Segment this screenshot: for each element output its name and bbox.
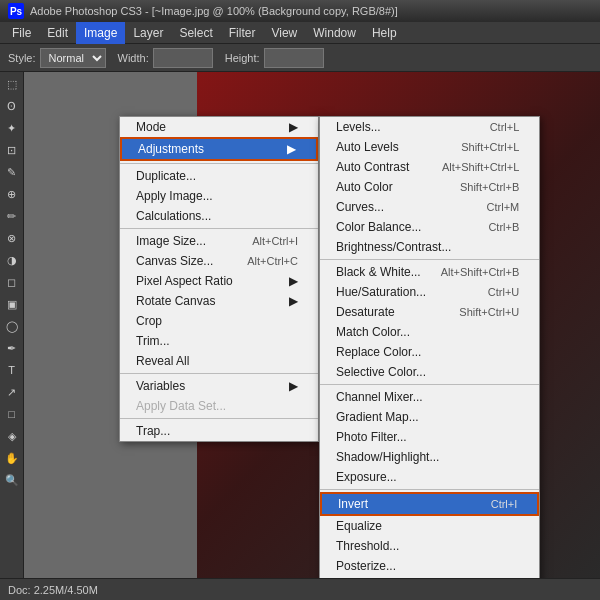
adj-photo-filter[interactable]: Photo Filter... bbox=[320, 427, 539, 447]
status-text: Doc: 2.25M/4.50M bbox=[8, 584, 98, 596]
image-menu-rotate-canvas[interactable]: Rotate Canvas ▶ bbox=[120, 291, 318, 311]
width-input[interactable] bbox=[153, 48, 213, 68]
menu-select[interactable]: Select bbox=[171, 22, 220, 44]
adj-hue-saturation[interactable]: Hue/Saturation... Ctrl+U bbox=[320, 282, 539, 302]
menu-filter[interactable]: Filter bbox=[221, 22, 264, 44]
image-menu-reveal-all[interactable]: Reveal All bbox=[120, 351, 318, 371]
adj-auto-levels[interactable]: Auto Levels Shift+Ctrl+L bbox=[320, 137, 539, 157]
image-menu-mode[interactable]: Mode ▶ bbox=[120, 117, 318, 137]
menu-bar: File Edit Image Layer Select Filter View… bbox=[0, 22, 600, 44]
title-text: Adobe Photoshop CS3 - [~Image.jpg @ 100%… bbox=[30, 5, 398, 17]
adj-shadow-highlight[interactable]: Shadow/Highlight... bbox=[320, 447, 539, 467]
adj-curves[interactable]: Curves... Ctrl+M bbox=[320, 197, 539, 217]
tool-shape[interactable]: □ bbox=[2, 404, 22, 424]
separator-4 bbox=[120, 418, 318, 419]
adj-brightness-contrast[interactable]: Brightness/Contrast... bbox=[320, 237, 539, 257]
tool-heal[interactable]: ⊕ bbox=[2, 184, 22, 204]
adj-equalize[interactable]: Equalize bbox=[320, 516, 539, 536]
image-menu-apply-image[interactable]: Apply Image... bbox=[120, 186, 318, 206]
menu-edit[interactable]: Edit bbox=[39, 22, 76, 44]
tool-path[interactable]: ↗ bbox=[2, 382, 22, 402]
tool-eraser[interactable]: ◻ bbox=[2, 272, 22, 292]
image-menu-crop[interactable]: Crop bbox=[120, 311, 318, 331]
adj-sep-3 bbox=[320, 489, 539, 490]
style-label: Style: Normal bbox=[4, 46, 110, 70]
tool-3d[interactable]: ◈ bbox=[2, 426, 22, 446]
adj-auto-contrast[interactable]: Auto Contrast Alt+Shift+Ctrl+L bbox=[320, 157, 539, 177]
main-area: ⬚ ʘ ✦ ⊡ ✎ ⊕ ✏ ⊗ ◑ ◻ ▣ ◯ ✒ T ↗ □ ◈ ✋ 🔍 Mo… bbox=[0, 72, 600, 578]
tool-pen[interactable]: ✒ bbox=[2, 338, 22, 358]
toolbar: Style: Normal Width: Height: bbox=[0, 44, 600, 72]
ps-logo: Ps bbox=[8, 3, 24, 19]
adj-selective-color[interactable]: Selective Color... bbox=[320, 362, 539, 382]
menu-image[interactable]: Image bbox=[76, 22, 125, 44]
adj-replace-color[interactable]: Replace Color... bbox=[320, 342, 539, 362]
image-menu-calculations[interactable]: Calculations... bbox=[120, 206, 318, 226]
tool-lasso[interactable]: ʘ bbox=[2, 96, 22, 116]
adj-match-color[interactable]: Match Color... bbox=[320, 322, 539, 342]
adj-channel-mixer[interactable]: Channel Mixer... bbox=[320, 387, 539, 407]
menu-view[interactable]: View bbox=[263, 22, 305, 44]
adj-sep-2 bbox=[320, 384, 539, 385]
image-menu-canvas-size[interactable]: Canvas Size... Alt+Ctrl+C bbox=[120, 251, 318, 271]
variables-arrow-icon: ▶ bbox=[289, 379, 298, 393]
tool-text[interactable]: T bbox=[2, 360, 22, 380]
tool-crop[interactable]: ⊡ bbox=[2, 140, 22, 160]
adj-threshold[interactable]: Threshold... bbox=[320, 536, 539, 556]
adj-levels[interactable]: Levels... Ctrl+L bbox=[320, 117, 539, 137]
adj-invert[interactable]: Invert Ctrl+I bbox=[320, 492, 539, 516]
tool-dodge[interactable]: ◯ bbox=[2, 316, 22, 336]
separator-1 bbox=[120, 163, 318, 164]
adj-sep-1 bbox=[320, 259, 539, 260]
tool-eyedropper[interactable]: ✎ bbox=[2, 162, 22, 182]
tool-zoom[interactable]: 🔍 bbox=[2, 470, 22, 490]
adj-desaturate[interactable]: Desaturate Shift+Ctrl+U bbox=[320, 302, 539, 322]
adj-posterize[interactable]: Posterize... bbox=[320, 556, 539, 576]
mode-arrow-icon: ▶ bbox=[289, 120, 298, 134]
tool-brush[interactable]: ✏ bbox=[2, 206, 22, 226]
image-menu-variables[interactable]: Variables ▶ bbox=[120, 376, 318, 396]
tool-gradient[interactable]: ▣ bbox=[2, 294, 22, 314]
menu-file[interactable]: File bbox=[4, 22, 39, 44]
adj-color-balance[interactable]: Color Balance... Ctrl+B bbox=[320, 217, 539, 237]
adj-black-white[interactable]: Black & White... Alt+Shift+Ctrl+B bbox=[320, 262, 539, 282]
tool-history[interactable]: ◑ bbox=[2, 250, 22, 270]
separator-2 bbox=[120, 228, 318, 229]
adj-exposure[interactable]: Exposure... bbox=[320, 467, 539, 487]
adj-gradient-map[interactable]: Gradient Map... bbox=[320, 407, 539, 427]
width-label: Width: bbox=[114, 46, 217, 70]
title-bar: Ps Adobe Photoshop CS3 - [~Image.jpg @ 1… bbox=[0, 0, 600, 22]
pixel-aspect-arrow-icon: ▶ bbox=[289, 274, 298, 288]
separator-3 bbox=[120, 373, 318, 374]
menu-layer[interactable]: Layer bbox=[125, 22, 171, 44]
image-menu-pixel-aspect[interactable]: Pixel Aspect Ratio ▶ bbox=[120, 271, 318, 291]
adjustments-dropdown-menu: Levels... Ctrl+L Auto Levels Shift+Ctrl+… bbox=[319, 116, 540, 578]
tool-magic-wand[interactable]: ✦ bbox=[2, 118, 22, 138]
image-menu-duplicate[interactable]: Duplicate... bbox=[120, 166, 318, 186]
menu-window[interactable]: Window bbox=[305, 22, 364, 44]
tool-clone[interactable]: ⊗ bbox=[2, 228, 22, 248]
status-bar: Doc: 2.25M/4.50M bbox=[0, 578, 600, 600]
image-menu-image-size[interactable]: Image Size... Alt+Ctrl+I bbox=[120, 231, 318, 251]
left-toolbar: ⬚ ʘ ✦ ⊡ ✎ ⊕ ✏ ⊗ ◑ ◻ ▣ ◯ ✒ T ↗ □ ◈ ✋ 🔍 bbox=[0, 72, 24, 578]
image-menu-trim[interactable]: Trim... bbox=[120, 331, 318, 351]
rotate-canvas-arrow-icon: ▶ bbox=[289, 294, 298, 308]
canvas-area: Mode ▶ Adjustments ▶ Duplicate... Apply … bbox=[24, 72, 600, 578]
height-label: Height: bbox=[221, 46, 328, 70]
style-select[interactable]: Normal bbox=[40, 48, 106, 68]
menu-help[interactable]: Help bbox=[364, 22, 405, 44]
tool-marquee[interactable]: ⬚ bbox=[2, 74, 22, 94]
image-menu-apply-dataset: Apply Data Set... bbox=[120, 396, 318, 416]
image-menu-trap[interactable]: Trap... bbox=[120, 421, 318, 441]
tool-hand[interactable]: ✋ bbox=[2, 448, 22, 468]
adj-auto-color[interactable]: Auto Color Shift+Ctrl+B bbox=[320, 177, 539, 197]
adjustments-arrow-icon: ▶ bbox=[287, 142, 296, 156]
image-menu-adjustments[interactable]: Adjustments ▶ bbox=[120, 137, 318, 161]
image-dropdown-menu: Mode ▶ Adjustments ▶ Duplicate... Apply … bbox=[119, 116, 319, 442]
height-input[interactable] bbox=[264, 48, 324, 68]
